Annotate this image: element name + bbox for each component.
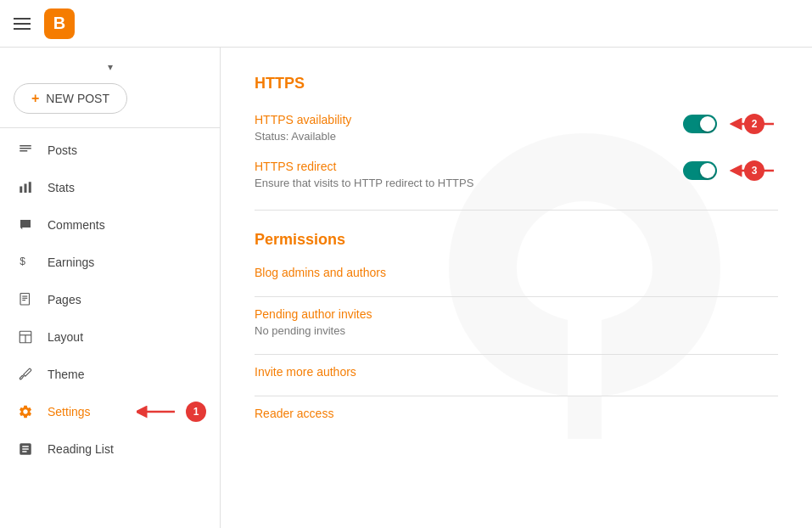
- annotation-badge-1: 1: [186, 402, 206, 422]
- content-area: HTTPS HTTPS availability Status: Availab…: [221, 48, 812, 528]
- sidebar-chevron[interactable]: ▾: [0, 54, 220, 83]
- sidebar: ▾ + NEW POST Posts Stats Comments: [0, 48, 221, 528]
- reader-access-row: Reader access: [255, 407, 778, 420]
- svg-rect-2: [20, 150, 27, 152]
- sidebar-item-layout[interactable]: Layout: [0, 318, 220, 356]
- https-availability-control: 2: [683, 115, 778, 133]
- pages-icon: [17, 291, 34, 308]
- blog-admins-row: Blog admins and authors: [255, 266, 778, 279]
- pending-invites-row: Pending author invites No pending invite…: [255, 307, 778, 337]
- https-availability-label: HTTPS availability: [255, 113, 351, 126]
- earnings-icon: $: [17, 254, 34, 271]
- reading-list-icon: [17, 441, 34, 458]
- sidebar-item-reading-list[interactable]: Reading List: [0, 430, 220, 468]
- new-post-button[interactable]: + NEW POST: [14, 83, 127, 114]
- svg-rect-10: [22, 300, 25, 301]
- https-redirect-label: HTTPS redirect: [255, 160, 473, 173]
- invite-authors-row[interactable]: Invite more authors: [255, 365, 778, 379]
- svg-rect-0: [20, 145, 31, 147]
- content-inner: HTTPS HTTPS availability Status: Availab…: [255, 75, 778, 420]
- svg-rect-8: [22, 296, 27, 297]
- hamburger-menu-button[interactable]: [14, 18, 31, 30]
- invite-authors-label: Invite more authors: [255, 365, 778, 379]
- sidebar-divider: [0, 127, 220, 128]
- sidebar-item-theme[interactable]: Theme: [0, 356, 220, 393]
- sidebar-item-earnings[interactable]: $ Earnings: [0, 244, 220, 281]
- plus-icon: +: [31, 91, 39, 106]
- https-availability-row: HTTPS availability Status: Available: [255, 113, 778, 143]
- https-availability-status: Status: Available: [255, 130, 351, 143]
- main-layout: ▾ + NEW POST Posts Stats Comments: [0, 48, 812, 528]
- layout-icon: [17, 329, 34, 345]
- https-redirect-control: 3: [683, 161, 778, 180]
- settings-arrow: [137, 405, 179, 418]
- permissions-section: Permissions Blog admins and authors Pend…: [255, 231, 778, 420]
- header: B: [0, 0, 812, 48]
- annotation-group-2: 2: [727, 115, 778, 132]
- stats-icon: [17, 179, 34, 196]
- https-redirect-info: HTTPS redirect Ensure that visits to HTT…: [255, 160, 473, 189]
- https-redirect-toggle[interactable]: [683, 161, 717, 180]
- blog-admins-label: Blog admins and authors: [255, 266, 778, 279]
- sidebar-item-settings[interactable]: Settings 1: [0, 393, 220, 430]
- https-section-title: HTTPS: [255, 75, 778, 93]
- pending-invites-value: No pending invites: [255, 324, 778, 337]
- svg-text:$: $: [20, 256, 25, 267]
- annotation-group-3: 3: [727, 162, 778, 179]
- sidebar-item-stats[interactable]: Stats: [0, 169, 220, 206]
- annotation-badge-2: 2: [744, 114, 764, 134]
- svg-rect-7: [20, 294, 30, 306]
- svg-rect-4: [25, 184, 27, 194]
- posts-icon: [17, 142, 34, 159]
- svg-rect-3: [20, 187, 22, 194]
- https-availability-toggle[interactable]: [683, 115, 717, 133]
- blogger-logo: B: [44, 8, 75, 39]
- sidebar-item-comments[interactable]: Comments: [0, 206, 220, 244]
- section-divider: [255, 210, 778, 211]
- svg-rect-5: [29, 182, 31, 193]
- annotation-badge-3: 3: [744, 160, 764, 181]
- svg-rect-1: [20, 148, 31, 149]
- perm-divider-3: [255, 396, 778, 396]
- pending-invites-label: Pending author invites: [255, 307, 778, 321]
- https-redirect-row: HTTPS redirect Ensure that visits to HTT…: [255, 160, 778, 189]
- reader-access-label: Reader access: [255, 407, 778, 420]
- perm-divider-1: [255, 296, 778, 297]
- theme-icon: [17, 366, 34, 383]
- settings-icon: [17, 403, 34, 420]
- sidebar-item-pages[interactable]: Pages: [0, 281, 220, 318]
- comments-icon: [17, 216, 34, 233]
- permissions-title: Permissions: [255, 231, 778, 249]
- https-availability-info: HTTPS availability Status: Available: [255, 113, 351, 143]
- svg-rect-9: [22, 298, 27, 299]
- https-redirect-desc: Ensure that visits to HTTP redirect to H…: [255, 177, 473, 189]
- perm-divider-2: [255, 354, 778, 355]
- sidebar-item-posts[interactable]: Posts: [0, 132, 220, 169]
